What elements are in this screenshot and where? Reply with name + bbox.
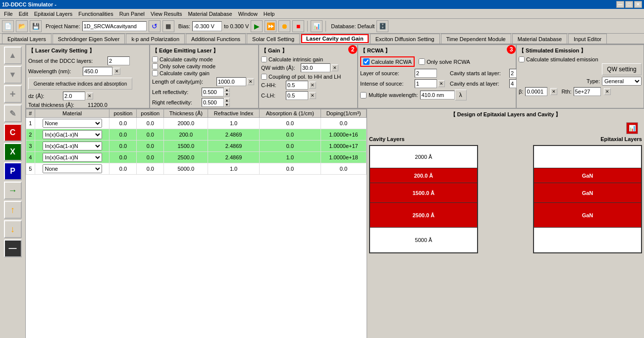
sidebar-c-btn[interactable]: C (4, 124, 22, 142)
menu-epitaxial[interactable]: Epitaxial Layers (31, 10, 76, 18)
onset-input[interactable] (107, 56, 130, 65)
save-btn[interactable]: 💾 (30, 20, 42, 32)
qw-clear-btn[interactable]: ✕ (331, 64, 338, 71)
c-lh-input[interactable] (286, 91, 308, 100)
table-row[interactable]: 2In(x)Ga(1-x)N0.00.0200.02.48690.01.0000… (26, 129, 367, 141)
menu-window[interactable]: Window (235, 10, 261, 18)
play-fast-btn[interactable]: ⏩ (265, 20, 276, 32)
tab-schrodinger[interactable]: Schrödinger Eigen Solver (53, 34, 125, 44)
new-btn[interactable]: 📄 (2, 20, 14, 32)
coupling-checkbox[interactable] (261, 74, 267, 80)
tab-laser-cavity[interactable]: Laser Cavity and Gain (301, 34, 369, 44)
left-refl-spinners[interactable]: ▲▼ (224, 88, 230, 97)
stop-btn[interactable]: ■ (292, 20, 304, 32)
dz-input[interactable] (63, 92, 85, 100)
wavelength-input[interactable] (83, 67, 112, 76)
dz-clear-btn[interactable]: ✕ (86, 93, 93, 99)
material-select[interactable]: In(x)Ga(1-x)N (43, 142, 102, 150)
grid-btn[interactable]: ▦ (162, 20, 174, 32)
table-row[interactable]: 5None0.00.05000.01.00.00.0 (26, 163, 367, 175)
multiple-wavelength-checkbox[interactable] (360, 92, 367, 98)
wavelength-btn[interactable]: λ (455, 90, 467, 100)
layer-source-input[interactable] (415, 69, 437, 78)
menu-material-db[interactable]: Material Database (185, 10, 235, 18)
menu-view-results[interactable]: View Results (148, 10, 185, 18)
tab-exciton-diffusion[interactable]: Exciton Diffusion Setting (370, 34, 440, 44)
tab-kp-polarization[interactable]: k·p and Polarization (126, 34, 185, 44)
beta-clear-btn[interactable]: ✕ (550, 88, 557, 95)
sidebar-edit-btn[interactable]: ✎ (4, 104, 22, 122)
open-btn[interactable]: 📂 (16, 20, 28, 32)
material-select[interactable]: In(x)Ga(1-x)N (43, 130, 102, 139)
left-refl-up[interactable]: ▲ (224, 88, 230, 92)
left-refl-down[interactable]: ▼ (224, 92, 230, 97)
tab-input-editor[interactable]: Input Editor (568, 34, 607, 44)
chart-btn[interactable]: 📊 (311, 20, 322, 32)
sidebar-arrow-right-btn[interactable]: → (4, 182, 22, 199)
intense-source-input[interactable] (415, 79, 437, 88)
tab-epitaxial-layers[interactable]: Epitaxial Layers (2, 34, 52, 44)
sidebar-x-btn[interactable]: X (4, 143, 22, 161)
intense-clear-btn[interactable]: ✕ (438, 80, 445, 87)
type-select[interactable]: General (602, 77, 642, 86)
sidebar-p-btn[interactable]: P (4, 162, 22, 180)
sidebar-arrow-up-btn[interactable]: ↑ (4, 201, 22, 219)
calc-stim-checkbox[interactable] (519, 56, 525, 62)
qw-setting-btn[interactable]: QW setting (602, 63, 642, 75)
project-name-input[interactable] (82, 21, 147, 31)
bias-from-input[interactable] (192, 21, 222, 31)
menu-run-panel[interactable]: Run Panel (116, 10, 148, 18)
window-controls[interactable]: — □ ✕ (616, 1, 642, 8)
diagram-chart-btn[interactable]: 📊 (626, 122, 638, 134)
multiple-wavelength-input[interactable] (420, 91, 455, 99)
c-hh-clear-btn[interactable]: ✕ (309, 82, 316, 89)
generate-btn[interactable]: Generate refractive indices and absorpti… (28, 78, 132, 90)
calc-intrinsic-checkbox[interactable] (261, 56, 267, 62)
right-refl-spinners[interactable]: ▲▼ (224, 98, 230, 107)
play-btn[interactable]: ▶ (251, 20, 263, 32)
table-row[interactable]: 4In(x)Ga(1-x)N0.00.02500.02.48691.01.000… (26, 152, 367, 163)
menu-help[interactable]: Help (261, 10, 278, 18)
close-btn[interactable]: ✕ (634, 1, 642, 8)
qw-width-input[interactable] (301, 63, 330, 72)
menu-functionalities[interactable]: Functionalities (75, 10, 116, 18)
rth-input[interactable] (574, 87, 601, 96)
beta-input[interactable] (525, 87, 547, 96)
table-row[interactable]: 3In(x)Ga(1-x)N0.00.01500.02.48690.01.000… (26, 141, 367, 152)
menu-file[interactable]: File (1, 10, 16, 18)
calc-gain-checkbox[interactable] (152, 70, 158, 76)
tab-solar-cell[interactable]: Solar Cell Setting (247, 34, 300, 44)
refresh-btn[interactable]: ↺ (149, 20, 161, 32)
table-row[interactable]: 1None0.00.02000.01.00.00.0 (26, 118, 367, 129)
calc-rcwa-checkbox[interactable] (363, 58, 370, 65)
sidebar-add-btn[interactable]: + (4, 85, 22, 103)
right-refl-down[interactable]: ▼ (224, 102, 230, 107)
tab-time-dependent[interactable]: Time Dependent Module (441, 34, 511, 44)
left-refl-input[interactable] (202, 88, 224, 97)
right-refl-up[interactable]: ▲ (224, 98, 230, 102)
c-lh-clear-btn[interactable]: ✕ (309, 92, 316, 99)
material-select[interactable]: None (43, 119, 102, 128)
only-solve-rcwa-checkbox[interactable] (419, 58, 425, 65)
calc-cavity-checkbox[interactable] (152, 56, 158, 62)
wavelength-clear-btn[interactable]: ✕ (113, 68, 120, 75)
c-hh-input[interactable] (286, 81, 308, 90)
sidebar-up-btn[interactable]: ▲ (4, 47, 22, 64)
length-input[interactable] (216, 77, 246, 86)
maximize-btn[interactable]: □ (625, 1, 633, 8)
right-refl-input[interactable] (202, 98, 224, 107)
sidebar-down-btn[interactable]: ▼ (4, 66, 22, 84)
rth-clear-btn[interactable]: ✕ (604, 88, 611, 95)
sidebar-arrow-down-btn[interactable]: ↓ (4, 220, 22, 238)
only-solve-checkbox[interactable] (152, 63, 158, 69)
menu-edit[interactable]: Edit (16, 10, 31, 18)
sidebar-minus-btn[interactable]: — (4, 240, 22, 257)
tab-material-database[interactable]: Material Database (512, 34, 567, 44)
record-btn[interactable]: ⏺ (278, 20, 290, 32)
db-icon-btn[interactable]: 🗄️ (376, 20, 388, 32)
tab-additional-functions[interactable]: Additional Functions (186, 34, 246, 44)
material-select[interactable]: None (43, 164, 102, 173)
length-clear-btn[interactable]: ✕ (247, 78, 254, 85)
material-select[interactable]: In(x)Ga(1-x)N (43, 153, 102, 162)
minimize-btn[interactable]: — (616, 1, 624, 8)
